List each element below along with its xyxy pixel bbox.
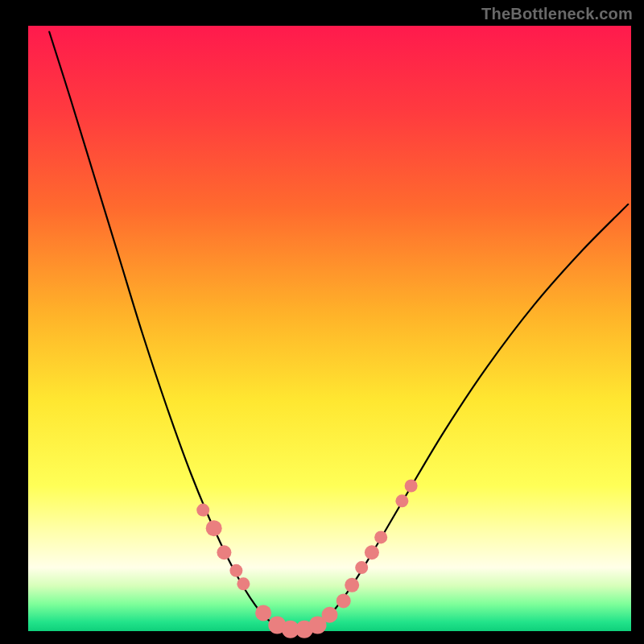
data-marker	[322, 607, 338, 623]
data-marker	[365, 545, 379, 559]
data-marker	[355, 561, 368, 574]
data-marker	[345, 578, 359, 592]
data-marker	[374, 530, 387, 543]
data-marker	[196, 504, 209, 517]
data-marker	[217, 545, 231, 559]
data-marker	[229, 564, 242, 577]
data-marker	[405, 480, 418, 493]
data-marker	[237, 577, 250, 590]
data-marker	[336, 593, 351, 608]
data-marker	[395, 494, 408, 507]
data-marker	[206, 520, 222, 536]
bottleneck-chart	[0, 0, 644, 644]
data-marker	[255, 605, 271, 621]
watermark-text: TheBottleneck.com	[481, 5, 633, 23]
chart-container: TheBottleneck.com	[0, 0, 644, 644]
plot-background	[28, 26, 631, 631]
